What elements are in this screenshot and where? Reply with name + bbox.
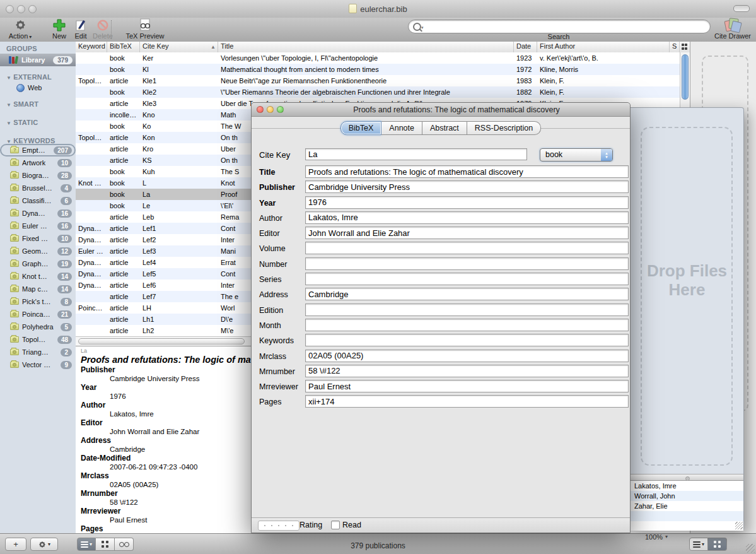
sidebar-item-keyword[interactable]: Pick's t… 8 [0, 295, 76, 308]
delete-button[interactable]: Delete [90, 18, 115, 42]
field-label: Keywords [259, 336, 294, 345]
tex-preview-button[interactable]: TeX Preview [119, 18, 172, 42]
field-input[interactable] [305, 395, 629, 408]
read-checkbox[interactable] [331, 521, 340, 529]
field-input[interactable] [305, 334, 629, 346]
drawer-splitter[interactable] [631, 474, 743, 481]
tab-rss-description[interactable]: RSS-Description [467, 121, 541, 135]
main-titlebar[interactable]: eulerchar.bib [0, 0, 756, 18]
author-list-item[interactable]: Zahar, Elie [631, 501, 743, 511]
field-input[interactable] [305, 273, 629, 285]
author-name: Zahar, Elie [634, 502, 668, 510]
tab-bibtex[interactable]: BibTeX [340, 121, 382, 135]
cell-date: 1882 [514, 86, 537, 98]
tab-annote[interactable]: Annote [381, 121, 422, 135]
sidebar-item-keyword[interactable]: Topol… 48 [0, 333, 76, 346]
field-input[interactable] [305, 196, 629, 209]
search-field[interactable]: ▾ [408, 20, 711, 33]
keyword-count-badge: 14 [57, 285, 72, 293]
close-button[interactable] [257, 106, 264, 113]
column-header-citekey[interactable]: Cite Key▲ [140, 42, 218, 52]
field-input[interactable] [305, 165, 629, 178]
cite-key-input[interactable] [305, 148, 527, 160]
cell-bibtex: article [107, 280, 140, 291]
file-icon-view-button[interactable] [708, 538, 727, 551]
field-input[interactable] [305, 227, 629, 239]
field-input[interactable] [305, 380, 629, 392]
smart-header[interactable]: ▼SMART [0, 98, 76, 109]
file-list-view-button[interactable]: ▾ [689, 538, 708, 551]
editor-titlebar[interactable]: Proofs and refutations: The logic of mat… [252, 103, 630, 117]
sidebar-item-keyword[interactable]: Biogra… 28 [0, 169, 76, 182]
column-header-keyword[interactable]: Keyword [76, 42, 107, 52]
sidebar-item-keyword[interactable]: Euler … 16 [0, 220, 76, 232]
column-header-bibtex[interactable]: BibTeX [107, 42, 140, 52]
field-input[interactable] [305, 211, 629, 224]
disclosure-triangle-icon[interactable]: ▼ [6, 121, 11, 126]
sidebar-item-keyword[interactable]: Vector … 9 [0, 358, 76, 371]
cell-keyword: Poinc… [76, 302, 107, 314]
publication-type-popup[interactable]: book ▲▼ [540, 148, 613, 162]
action-button[interactable]: Action▾ [5, 18, 35, 42]
drawer-resize-grip[interactable] [735, 522, 743, 529]
cite-drawer-button[interactable]: Cite Drawer [713, 18, 752, 42]
field-input[interactable] [305, 304, 629, 316]
sidebar-item-web[interactable]: Web [0, 82, 76, 93]
window-resize-grip[interactable] [746, 544, 755, 553]
rating-control[interactable] [258, 521, 299, 531]
sidebar-item-keyword[interactable]: Classifi… 6 [0, 194, 76, 207]
author-list-item[interactable]: Lakatos, Imre [631, 481, 743, 491]
sidebar-item-keyword[interactable]: Dyna… 16 [0, 207, 76, 220]
author-list[interactable]: Lakatos, Imre Worrall, John Zahar, Elie [631, 481, 743, 531]
sidebar-item-keyword[interactable]: Poinca… 21 [0, 308, 76, 321]
cell-bibtex: book [107, 64, 140, 75]
minimize-button[interactable] [267, 106, 274, 113]
disclosure-triangle-icon[interactable]: ▼ [6, 75, 11, 81]
external-header[interactable]: ▼EXTERNAL [0, 71, 76, 82]
file-drawer: Drop FilesHere Lakatos, Imre Worrall, Jo… [631, 107, 744, 531]
field-input[interactable] [305, 180, 629, 193]
sidebar-item-keyword[interactable]: Graph… 19 [0, 257, 76, 270]
sidebar-item-keyword[interactable]: Geom… 12 [0, 245, 76, 257]
field-input[interactable] [305, 365, 629, 377]
field-input[interactable] [305, 257, 629, 270]
column-header-status[interactable]: S [670, 42, 680, 52]
column-header-date[interactable]: Date [514, 42, 537, 52]
table-row[interactable]: book Kl Mathematical thought from ancien… [76, 64, 680, 75]
field-input[interactable] [305, 350, 629, 362]
field-input[interactable] [305, 288, 629, 300]
column-config-button[interactable] [680, 42, 690, 52]
sidebar-item-keyword[interactable]: Brussel… 4 [0, 182, 76, 194]
sidebar-item-keyword[interactable]: Fixed … 10 [0, 232, 76, 245]
zoom-button[interactable] [277, 106, 284, 113]
edit-button[interactable]: Edit [71, 18, 90, 42]
sidebar-item-keyword[interactable]: Triang… 2 [0, 346, 76, 358]
new-button[interactable]: New [48, 18, 71, 42]
column-header-author[interactable]: First Author [537, 42, 670, 52]
field-input[interactable] [305, 242, 629, 254]
search-menu-caret-icon[interactable]: ▾ [421, 25, 424, 30]
sidebar-item-library[interactable]: Library 379 [0, 54, 76, 66]
sidebar-item-keyword[interactable]: Map c… 14 [0, 283, 76, 295]
scrollbar-thumb[interactable] [682, 54, 689, 100]
column-header-title[interactable]: Title [218, 42, 514, 52]
author-list-item[interactable]: Worrall, John [631, 491, 743, 501]
tab-abstract[interactable]: Abstract [422, 121, 467, 135]
field-input[interactable] [305, 319, 629, 331]
cell-citekey: La [140, 189, 218, 200]
toolbar-pill-button[interactable] [733, 5, 750, 12]
sidebar-item-keyword[interactable]: Artwork 10 [0, 156, 76, 169]
sidebar-item-keyword[interactable]: Knot t… 14 [0, 270, 76, 283]
editor-field-row: Keywords [259, 334, 624, 349]
sidebar-item-keyword[interactable]: Polyhedra 5 [0, 321, 76, 333]
search-input[interactable] [425, 21, 705, 32]
table-row[interactable]: book Ker Vorlesungen \"uber Topologie, I… [76, 52, 680, 64]
stepper-arrows-icon[interactable]: ▲▼ [601, 149, 612, 161]
disclosure-triangle-icon[interactable]: ▼ [6, 102, 11, 108]
preview-scale-popup[interactable]: 100%▾ [633, 531, 680, 542]
table-row[interactable]: book Kle2 \"Uber Riemanns Theorie der al… [76, 86, 680, 98]
scrollbar-thumb[interactable] [78, 338, 245, 345]
sidebar-item-keyword[interactable]: Empt… 207 [0, 144, 76, 156]
table-row[interactable]: Topol… article Kle1 Neue Beitr\"age zur … [76, 75, 680, 86]
static-header[interactable]: ▼STATIC [0, 117, 76, 127]
